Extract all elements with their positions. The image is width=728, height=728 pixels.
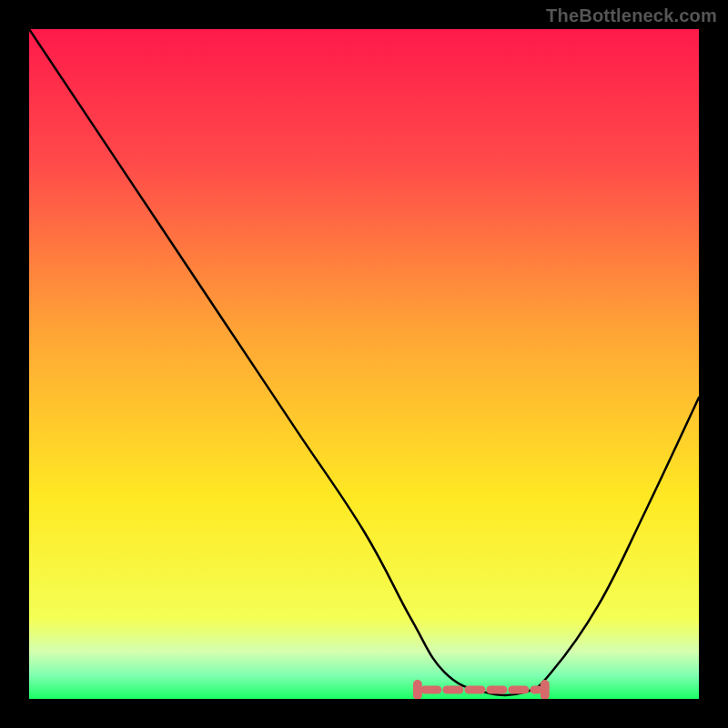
plot-area — [29, 29, 699, 699]
attribution-label: TheBottleneck.com — [546, 5, 717, 26]
chart-frame: TheBottleneck.com — [0, 0, 728, 728]
svg-rect-2 — [541, 680, 550, 699]
bottleneck-chart — [29, 29, 699, 699]
gradient-background — [29, 29, 699, 699]
svg-rect-1 — [413, 680, 422, 699]
